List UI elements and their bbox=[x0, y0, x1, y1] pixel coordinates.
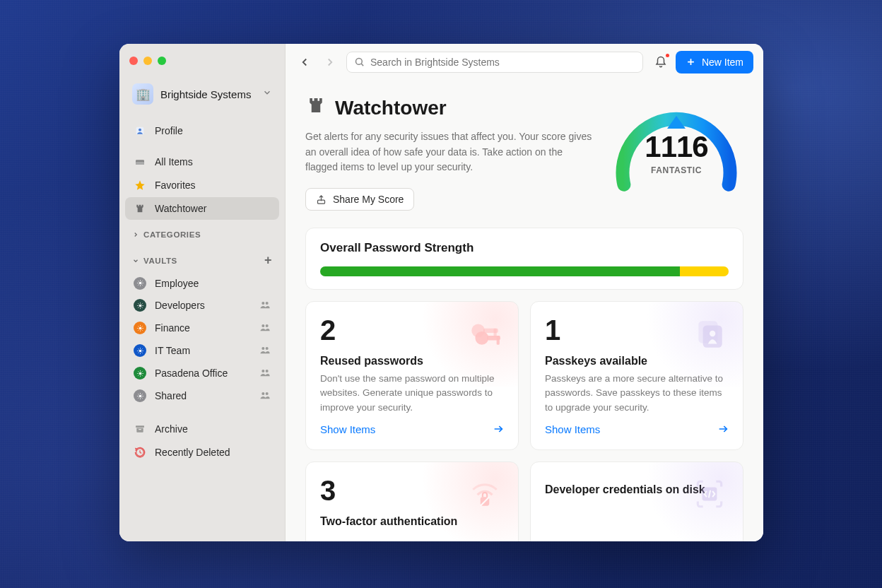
categories-section-header[interactable]: CATEGORIES bbox=[119, 220, 285, 243]
gauge-rating: FANTASTIC bbox=[609, 165, 743, 175]
svg-point-19 bbox=[266, 392, 269, 395]
keys-icon bbox=[467, 316, 502, 358]
sidebar-vault-item[interactable]: Pasadena Office bbox=[125, 362, 279, 384]
close-window-button[interactable] bbox=[129, 57, 138, 65]
card-show-items-link[interactable]: Show Items bbox=[320, 415, 504, 435]
passkey-icon bbox=[692, 316, 727, 358]
svg-point-11 bbox=[139, 349, 141, 352]
sidebar-item-profile[interactable]: Profile bbox=[125, 119, 279, 142]
search-field[interactable] bbox=[346, 52, 643, 73]
shared-icon bbox=[259, 344, 271, 358]
vault-name: IT Team bbox=[155, 345, 190, 356]
vault-color-icon bbox=[134, 299, 146, 312]
password-strength-panel: Overall Password Strength bbox=[305, 228, 743, 290]
zoom-window-button[interactable] bbox=[158, 57, 166, 65]
svg-point-16 bbox=[266, 370, 269, 372]
new-item-label: New Item bbox=[702, 57, 743, 68]
notifications-button[interactable] bbox=[653, 54, 669, 70]
sidebar-vault-item[interactable]: Shared bbox=[125, 384, 279, 407]
vaults-section-header[interactable]: VAULTS + bbox=[119, 243, 285, 272]
vault-name: Pasadena Office bbox=[155, 368, 228, 379]
sidebar: 🏢 Brightside Systems Profile All Items bbox=[119, 44, 286, 541]
svg-rect-21 bbox=[136, 428, 143, 433]
content-scroll: Watchtower Get alerts for any security i… bbox=[286, 81, 763, 541]
archive-icon bbox=[134, 423, 146, 435]
sidebar-item-label: Archive bbox=[155, 423, 188, 435]
sidebar-vault-item[interactable]: Finance bbox=[125, 317, 279, 339]
vault-color-icon bbox=[134, 344, 146, 357]
watchtower-card: 2 Reused passwords Don't use the same pa… bbox=[305, 301, 519, 450]
sidebar-item-favorites[interactable]: Favorites bbox=[125, 174, 279, 196]
strength-bar bbox=[320, 266, 729, 276]
card-description: Passkeys are a more secure alternative t… bbox=[545, 372, 729, 415]
sidebar-item-archive[interactable]: Archive bbox=[125, 418, 279, 440]
card-action-label: Show Items bbox=[545, 423, 600, 435]
wifi-lock-icon bbox=[467, 476, 502, 519]
svg-point-5 bbox=[139, 304, 141, 307]
app-window: 🏢 Brightside Systems Profile All Items bbox=[119, 44, 763, 541]
profile-icon bbox=[134, 124, 146, 137]
sidebar-vault-item[interactable]: Developers bbox=[125, 294, 279, 317]
toolbar: New Item bbox=[286, 44, 763, 81]
sidebar-item-label: Profile bbox=[155, 125, 183, 136]
panel-title: Overall Password Strength bbox=[320, 241, 729, 255]
share-score-button[interactable]: Share My Score bbox=[305, 188, 414, 211]
sidebar-item-label: Watchtower bbox=[155, 203, 206, 214]
svg-point-10 bbox=[266, 324, 269, 327]
vault-color-icon bbox=[134, 389, 146, 402]
window-controls bbox=[119, 51, 285, 79]
notification-badge bbox=[664, 52, 671, 59]
sidebar-vault-item[interactable]: Employee bbox=[125, 272, 279, 294]
shared-icon bbox=[259, 322, 271, 335]
vault-name: Finance bbox=[155, 322, 190, 334]
vault-name: Shared bbox=[155, 390, 187, 401]
vault-color-icon bbox=[134, 322, 146, 334]
svg-rect-22 bbox=[139, 429, 141, 430]
svg-point-17 bbox=[139, 394, 141, 397]
svg-point-14 bbox=[139, 372, 141, 375]
strength-segment-weak bbox=[680, 266, 729, 276]
vault-name: Employee bbox=[155, 278, 199, 289]
vault-color-icon bbox=[134, 367, 146, 380]
svg-point-38 bbox=[710, 331, 715, 336]
nav-back-button[interactable] bbox=[295, 53, 314, 71]
undo-clock-icon bbox=[134, 446, 146, 459]
page-title-row: Watchtower bbox=[305, 95, 595, 121]
star-icon bbox=[134, 179, 146, 192]
card-description: Don't use the same password on multiple … bbox=[320, 372, 504, 415]
minimize-window-button[interactable] bbox=[143, 57, 152, 65]
sidebar-item-all-items[interactable]: All Items bbox=[125, 151, 279, 173]
card-action-label: Show Items bbox=[320, 423, 375, 435]
sidebar-item-recently-deleted[interactable]: Recently Deleted bbox=[125, 441, 279, 464]
svg-point-1 bbox=[139, 129, 141, 131]
sidebar-item-label: All Items bbox=[155, 156, 193, 167]
sidebar-vault-item[interactable]: IT Team bbox=[125, 339, 279, 362]
svg-rect-3 bbox=[136, 162, 144, 165]
card-show-items-link[interactable]: Show Items bbox=[545, 415, 729, 435]
svg-point-18 bbox=[261, 392, 264, 395]
add-vault-button[interactable]: + bbox=[264, 253, 272, 268]
svg-rect-34 bbox=[497, 336, 500, 345]
svg-point-32 bbox=[475, 331, 488, 345]
chevron-right-icon bbox=[132, 231, 139, 238]
code-scan-icon bbox=[692, 476, 727, 519]
svg-point-13 bbox=[266, 347, 269, 350]
sidebar-item-watchtower[interactable]: Watchtower bbox=[125, 197, 279, 220]
svg-point-12 bbox=[261, 347, 264, 350]
watchtower-card: Developer credentials on disk bbox=[530, 461, 743, 541]
shared-icon bbox=[259, 389, 271, 403]
svg-point-15 bbox=[261, 370, 264, 372]
watchtower-icon bbox=[305, 95, 327, 121]
watchtower-card: 1 Passkeys available Passkeys are a more… bbox=[530, 301, 743, 450]
svg-point-6 bbox=[261, 302, 264, 305]
account-switcher[interactable]: 🏢 Brightside Systems bbox=[127, 79, 278, 109]
svg-point-4 bbox=[139, 282, 141, 285]
svg-line-25 bbox=[361, 64, 363, 66]
gauge-pointer-icon bbox=[667, 116, 686, 129]
main-panel: New Item Watchtower Get alerts for any s… bbox=[286, 44, 763, 541]
tray-icon bbox=[134, 155, 146, 168]
page-description: Get alerts for any security issues that … bbox=[305, 129, 595, 175]
nav-forward-button[interactable] bbox=[321, 53, 339, 71]
search-input[interactable] bbox=[370, 57, 635, 68]
new-item-button[interactable]: New Item bbox=[676, 51, 753, 74]
